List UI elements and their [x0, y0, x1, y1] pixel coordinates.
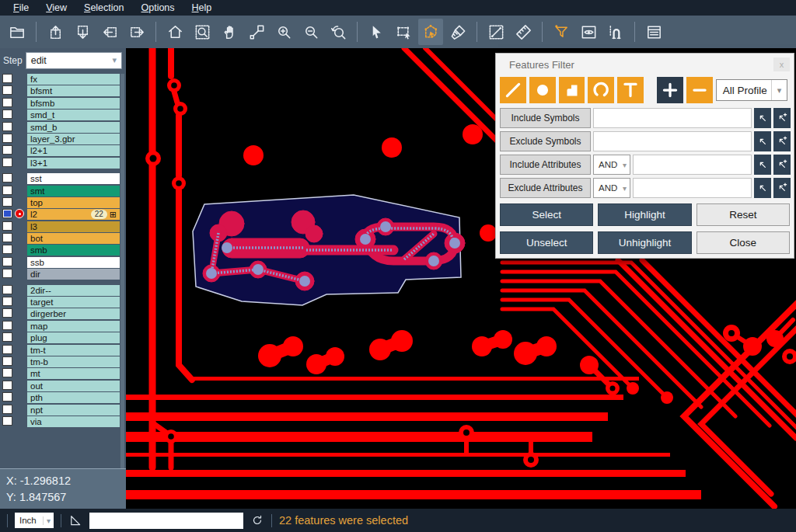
layer-name[interactable]: smd_t: [27, 110, 120, 120]
layer-row[interactable]: bfsmt: [0, 85, 126, 96]
measure-points-icon[interactable]: [484, 19, 508, 45]
layer-visibility-checkbox[interactable]: [2, 98, 12, 107]
layer-active-indicator[interactable]: [12, 257, 27, 268]
layer-visibility-checkbox[interactable]: [2, 297, 12, 306]
menu-help[interactable]: Help: [183, 0, 221, 16]
layer-active-indicator[interactable]: [12, 158, 27, 169]
layer-visibility-checkbox[interactable]: [2, 186, 12, 195]
layer-name[interactable]: dirgerber: [27, 308, 120, 319]
unselect-button[interactable]: Unselect: [500, 231, 593, 254]
layer-visibility-checkbox[interactable]: [2, 74, 12, 83]
layer-name[interactable]: l3: [27, 221, 120, 232]
layer-scrollbar[interactable]: [120, 74, 124, 478]
layer-row[interactable]: bot: [0, 233, 126, 244]
layer-name[interactable]: tm-b: [27, 356, 120, 367]
surface-feature-icon[interactable]: [559, 77, 585, 103]
zoom-window-icon[interactable]: [190, 19, 215, 45]
layer-row[interactable]: npt: [0, 405, 126, 416]
home-view-icon[interactable]: [162, 19, 187, 45]
layer-visibility-checkbox[interactable]: [2, 381, 12, 390]
reset-button[interactable]: Reset: [696, 203, 790, 226]
layer-visibility-checkbox[interactable]: [2, 321, 12, 330]
layer-row[interactable]: layer_3.gbr: [0, 134, 126, 144]
layer-row[interactable]: sst: [0, 173, 126, 184]
pick-add-symbol-icon[interactable]: [773, 131, 791, 151]
layer-visibility-checkbox[interactable]: [2, 257, 12, 266]
exclude-attributes-input[interactable]: [633, 178, 752, 198]
layer-visibility-checkbox[interactable]: [2, 145, 12, 155]
profile-select[interactable]: All Profile ▾: [716, 79, 787, 101]
layer-visibility-checkbox[interactable]: [2, 416, 12, 426]
layer-active-indicator[interactable]: [12, 332, 27, 343]
layer-visibility-checkbox[interactable]: [2, 197, 12, 207]
zoom-out-icon[interactable]: [298, 19, 323, 45]
layer-name[interactable]: ssb: [27, 257, 120, 268]
layer-row[interactable]: plug: [0, 332, 126, 343]
layer-active-indicator[interactable]: [12, 145, 27, 156]
layer-row[interactable]: dirgerber: [0, 308, 126, 319]
layer-visibility-checkbox[interactable]: [2, 134, 12, 143]
layer-row[interactable]: mt: [0, 368, 126, 379]
layer-active-indicator[interactable]: [12, 122, 27, 133]
layer-grid-icon[interactable]: ⊞: [110, 210, 117, 219]
ruler-icon[interactable]: [511, 19, 536, 45]
layer-row[interactable]: smd_b: [0, 122, 126, 133]
layer-name[interactable]: sst: [27, 173, 120, 184]
layer-active-indicator[interactable]: [12, 209, 27, 220]
exclude-attributes-button[interactable]: Exclude Attributes: [500, 178, 591, 198]
layer-visibility-checkbox[interactable]: [2, 392, 12, 402]
layer-row[interactable]: smd_t: [0, 110, 126, 120]
layer-visibility-checkbox[interactable]: [2, 209, 12, 218]
menu-view[interactable]: View: [37, 0, 75, 16]
menu-options[interactable]: Options: [132, 0, 183, 16]
layer-visibility-checkbox[interactable]: [2, 245, 12, 254]
pan-left-icon[interactable]: [97, 19, 122, 45]
layer-visibility-checkbox[interactable]: [2, 332, 12, 342]
layer-visibility-checkbox[interactable]: [2, 221, 12, 231]
layer-name[interactable]: dir: [27, 269, 120, 280]
layer-row[interactable]: smt: [0, 186, 126, 196]
layer-row[interactable]: bfsmb: [0, 98, 126, 109]
snap-magnet-icon[interactable]: [603, 19, 628, 45]
clean-brush-icon[interactable]: [445, 19, 470, 45]
include-attributes-input[interactable]: [633, 155, 752, 175]
layer-row[interactable]: map: [0, 321, 126, 332]
layer-active-indicator[interactable]: [12, 392, 27, 403]
layer-active-indicator[interactable]: [12, 74, 27, 85]
layer-active-indicator[interactable]: [12, 345, 27, 356]
layer-visibility-checkbox[interactable]: [2, 308, 12, 318]
layer-visibility-checkbox[interactable]: [2, 173, 12, 183]
add-filter-icon[interactable]: [657, 77, 683, 103]
layer-active-indicator[interactable]: [12, 269, 27, 280]
pan-down-icon[interactable]: [70, 19, 95, 45]
layer-row[interactable]: fx: [0, 74, 126, 85]
layer-active-indicator[interactable]: [12, 98, 27, 109]
layer-name[interactable]: 2dir--: [27, 285, 120, 296]
menu-selection[interactable]: Selection: [75, 0, 132, 16]
include-symbols-button[interactable]: Include Symbols: [500, 108, 591, 128]
include-attributes-button[interactable]: Include Attributes: [500, 155, 591, 175]
exclude-attributes-operator-select[interactable]: AND ▾: [593, 178, 630, 198]
layers-panel-icon[interactable]: [641, 19, 666, 45]
layer-active-indicator[interactable]: [12, 356, 27, 367]
layer-row[interactable]: dir: [0, 269, 126, 280]
include-symbols-input[interactable]: [593, 108, 752, 128]
layer-row[interactable]: out: [0, 381, 126, 391]
layer-visibility-checkbox[interactable]: [2, 269, 12, 278]
pick-add-attribute-icon[interactable]: [773, 178, 791, 198]
layer-name[interactable]: pth: [27, 392, 120, 403]
layer-name[interactable]: smt: [27, 186, 120, 196]
layer-row[interactable]: ssb: [0, 257, 126, 268]
pan-right-icon[interactable]: [124, 19, 149, 45]
layer-active-indicator[interactable]: [12, 405, 27, 416]
layer-name[interactable]: map: [27, 321, 120, 332]
open-file-icon[interactable]: [5, 19, 30, 45]
layer-name[interactable]: tm-t: [27, 345, 120, 356]
layer-active-indicator[interactable]: [12, 173, 27, 184]
layer-name[interactable]: l222⊞: [27, 209, 120, 220]
layer-row[interactable]: top: [0, 197, 126, 208]
select-button[interactable]: Select: [500, 203, 593, 226]
close-button[interactable]: Close: [696, 231, 790, 254]
layer-active-indicator[interactable]: [12, 321, 27, 332]
zoom-in-icon[interactable]: [271, 19, 296, 45]
